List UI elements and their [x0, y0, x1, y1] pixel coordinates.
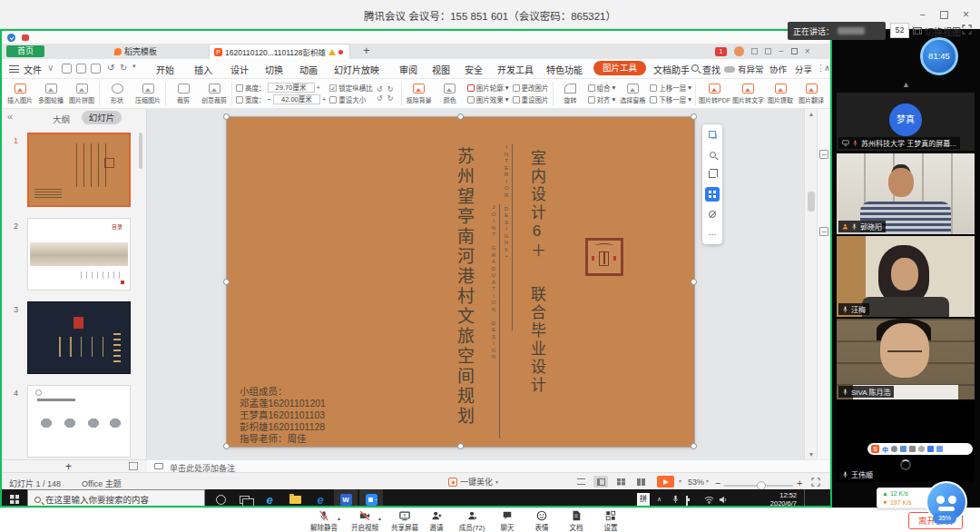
notification-badge[interactable]: 1	[715, 47, 727, 56]
view-grid-button[interactable]	[613, 476, 628, 488]
redo-icon[interactable]: ↻	[120, 63, 127, 73]
save-icon[interactable]	[62, 64, 72, 74]
collage-button[interactable]: 图片拼图	[66, 84, 97, 104]
picture-outline-button[interactable]: 图片轮廓▾	[467, 83, 509, 93]
participant-tile[interactable]: SIVA 陈月浩	[837, 319, 975, 399]
notes-bar[interactable]: 单击此处添加备注	[147, 459, 830, 472]
group-button[interactable]: 组合▾	[588, 83, 616, 93]
tab-slides[interactable]: 幻灯片	[82, 111, 122, 124]
beautify-button[interactable]: 一键美化 ▾	[448, 476, 498, 488]
file-menu[interactable]: 文件	[24, 63, 42, 76]
undo-icon[interactable]: ↺	[107, 63, 114, 73]
compress-button[interactable]: 压缩图片	[132, 84, 163, 104]
start-video-button[interactable]: 开启视频	[345, 510, 385, 532]
menu-review[interactable]: 审阅	[399, 63, 417, 76]
align-button[interactable]: 对齐▾	[588, 94, 616, 104]
cloud-status[interactable]: 有异常	[738, 63, 764, 75]
menu-security[interactable]: 安全	[465, 63, 483, 76]
selection-pane-button[interactable]: 选择窗格	[617, 84, 648, 104]
ime-indicator[interactable]: 拼	[637, 493, 650, 506]
crop-object-button[interactable]	[705, 167, 720, 182]
participant-tile-screenshare[interactable]: 梦真 苏州科技大学 王梦真的屏幕...	[837, 93, 975, 151]
insert-picture-button[interactable]: 插入图片	[5, 84, 35, 104]
menu-view[interactable]: 视图	[432, 63, 450, 76]
menu-doc-assistant[interactable]: 文档助手	[653, 63, 690, 76]
participant-tile[interactable]: 郭晓阳	[837, 153, 975, 234]
menu-animation[interactable]: 动画	[299, 63, 318, 76]
height-plus[interactable]: +	[317, 84, 320, 92]
flip-h-icon[interactable]: ↺	[377, 94, 387, 103]
tab-picture-tools[interactable]: 图片工具	[593, 61, 646, 75]
picture-effects-button[interactable]: 图片效果▾	[467, 94, 509, 104]
preview-icon[interactable]	[91, 64, 101, 74]
taskbar-clock[interactable]: 12:52 2020/6/7	[733, 492, 797, 507]
pic-translate-button[interactable]: 图片翻译	[796, 84, 827, 104]
width-plus[interactable]: +	[322, 95, 326, 103]
rotate-button[interactable]: 旋转	[555, 84, 586, 104]
tab-outline[interactable]: 大纲	[53, 113, 70, 125]
menu-features[interactable]: 特色功能	[546, 63, 583, 76]
color-button[interactable]: 颜色	[435, 84, 466, 104]
tools-icon[interactable]	[819, 227, 828, 236]
notes-page-icon[interactable]	[129, 462, 138, 470]
scroll-down-icon[interactable]: ▼	[805, 451, 818, 458]
zoom-in-button[interactable]: +	[797, 478, 802, 488]
pic-to-pdf-button[interactable]: 图片转PDF	[698, 84, 731, 104]
menu-start[interactable]: 开始	[156, 63, 174, 76]
workspace-icon[interactable]	[751, 48, 758, 54]
layers-button[interactable]	[705, 127, 720, 142]
collab-button[interactable]: 协作	[769, 63, 787, 75]
workspace-icon2[interactable]	[765, 48, 771, 54]
reset-picture-button[interactable]: 重设图片	[513, 94, 549, 104]
account-avatar[interactable]	[734, 46, 744, 56]
handle-mid-right[interactable]	[691, 279, 697, 285]
video-options-caret[interactable]: ▴	[378, 515, 381, 521]
flip-v-icon[interactable]: ↻	[387, 94, 397, 103]
fullscreen-icon[interactable]	[962, 25, 972, 34]
tab-docer[interactable]: 稻壳模板	[114, 44, 157, 58]
menu-transition[interactable]: 切换	[265, 63, 283, 76]
reset-size-button[interactable]: 重设大小	[329, 94, 373, 104]
speaker-icon[interactable]	[719, 496, 728, 504]
participant-tile[interactable]: 汪梅	[837, 236, 975, 317]
remove-background-button[interactable]: 抠除背景	[404, 84, 435, 104]
print-icon[interactable]	[76, 64, 86, 74]
scroll-up-icon[interactable]: ▲	[805, 111, 818, 117]
pic-to-text-button[interactable]: 图片转文字	[731, 84, 765, 104]
docs-button[interactable]: 文档	[559, 510, 593, 532]
slide-thumbnail-4[interactable]	[27, 385, 131, 458]
new-tab-button[interactable]: +	[363, 44, 370, 57]
participant-tile[interactable]: S 中 王伟顺	[837, 401, 975, 482]
task-view-button[interactable]	[232, 489, 256, 507]
rotate-left-icon[interactable]: ↺	[377, 85, 387, 94]
new-slide-button[interactable]: +	[65, 460, 72, 473]
slide-editor-page[interactable]: 苏州望亭南河港村文旅空间规划 JOINT GRADUATION DESIGN I…	[227, 117, 694, 447]
panel-scrollbar-thumb[interactable]	[139, 133, 142, 169]
handle-bottom-left[interactable]	[223, 443, 230, 449]
close-icon[interactable]: ×	[963, 8, 969, 21]
wps-close-icon[interactable]: ×	[805, 46, 810, 56]
cortana-button[interactable]	[209, 489, 232, 507]
find-button[interactable]: 查找	[702, 63, 720, 76]
slide-thumbnail-3[interactable]	[27, 301, 131, 374]
switch-view-button[interactable]: 切换视图	[913, 23, 961, 39]
zoom-object-button[interactable]	[705, 147, 720, 162]
unmute-button[interactable]: 解除静音	[304, 510, 344, 532]
handle-top-left[interactable]	[223, 113, 230, 120]
view-outline-button[interactable]	[573, 476, 588, 488]
start-button[interactable]	[2, 489, 27, 507]
handle-bottom-right[interactable]	[691, 443, 697, 449]
tray-mic-icon[interactable]	[671, 495, 680, 504]
menu-insert[interactable]: 插入	[194, 63, 212, 76]
handle-mid-left[interactable]	[223, 279, 230, 285]
edge-button[interactable]: e	[309, 489, 332, 507]
pic-extract-button[interactable]: 图片提取	[765, 84, 796, 104]
send-backward-button[interactable]: 下移一层▾	[650, 94, 691, 104]
play-caret-icon[interactable]: ▾	[679, 478, 681, 484]
lock-aspect-checkbox[interactable]: ✓锁定纵横比	[329, 83, 373, 93]
hamburger-icon[interactable]	[9, 65, 19, 73]
menu-design[interactable]: 设计	[230, 63, 249, 76]
scrollbar-thumb[interactable]	[808, 192, 815, 212]
wps-minimize-icon[interactable]: −	[779, 46, 784, 56]
zoom-out-button[interactable]: −	[715, 478, 720, 488]
